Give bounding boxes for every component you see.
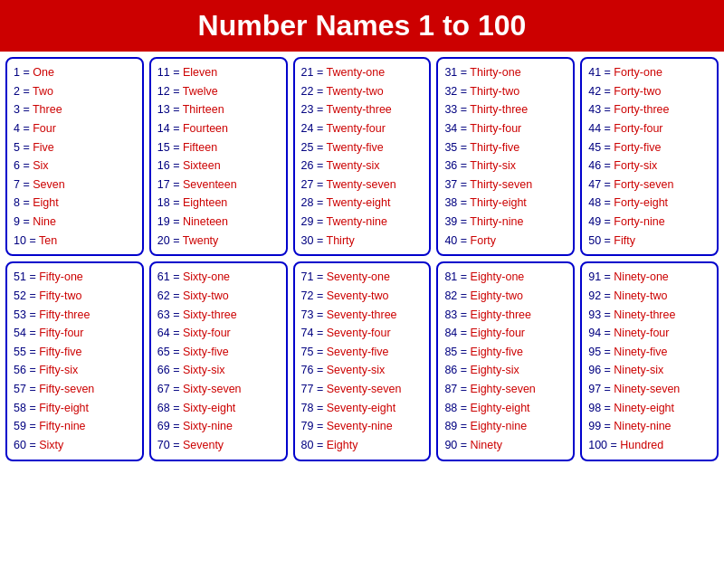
number-name: Sixty-one: [183, 270, 230, 283]
number-value: 94 =: [588, 327, 614, 339]
number-value: 67 =: [157, 383, 183, 395]
number-entry: 52 = Fifty-two: [14, 287, 136, 306]
number-value: 2 =: [14, 85, 33, 98]
number-name: Forty-eight: [614, 196, 668, 209]
number-entry: 24 = Twenty-four: [301, 119, 424, 138]
number-value: 83 =: [444, 308, 470, 321]
number-name: Eleven: [183, 66, 217, 79]
number-entry: 78 = Seventy-eight: [301, 399, 424, 418]
number-entry: 94 = Ninety-four: [588, 324, 710, 343]
number-value: 72 =: [301, 289, 327, 302]
number-name: Sixty-two: [183, 289, 229, 302]
number-value: 32 =: [444, 85, 470, 98]
number-name: Forty-three: [614, 103, 669, 116]
number-name: Fifty-four: [39, 327, 83, 339]
number-value: 69 =: [157, 420, 183, 432]
number-value: 36 =: [444, 159, 470, 172]
number-value: 80 =: [301, 439, 327, 451]
number-entry: 95 = Ninety-five: [588, 343, 710, 362]
number-name: Seventy-two: [327, 289, 389, 302]
number-entry: 6 = Six: [14, 156, 136, 175]
number-name: Seventy-seven: [327, 383, 402, 395]
number-entry: 98 = Ninety-eight: [588, 399, 710, 418]
number-box-2: 21 = Twenty-one22 = Twenty-two23 = Twent…: [293, 57, 432, 256]
number-value: 55 =: [14, 346, 39, 358]
number-name: Four: [33, 122, 56, 135]
number-entry: 57 = Fifty-seven: [14, 380, 136, 399]
number-value: 62 =: [157, 289, 183, 302]
number-entry: 15 = Fifteen: [157, 138, 280, 157]
number-value: 77 =: [301, 383, 327, 395]
number-entry: 93 = Ninety-three: [588, 306, 710, 325]
number-name: Twenty-eight: [327, 196, 391, 209]
number-value: 31 =: [444, 66, 470, 79]
number-value: 28 =: [301, 196, 327, 209]
number-value: 33 =: [444, 103, 470, 116]
number-name: Thirty-one: [470, 66, 520, 79]
number-value: 87 =: [444, 383, 470, 395]
number-entry: 100 = Hundred: [588, 436, 710, 455]
number-entry: 53 = Fifty-three: [14, 306, 136, 325]
number-entry: 3 = Three: [14, 100, 136, 119]
number-grid: 1 = One2 = Two3 = Three4 = Four5 = Five6…: [0, 52, 724, 467]
number-entry: 7 = Seven: [14, 175, 136, 194]
number-entry: 16 = Sixteen: [157, 156, 280, 175]
number-value: 10 =: [14, 234, 39, 247]
number-name: Thirty-nine: [470, 215, 523, 228]
number-value: 73 =: [301, 308, 327, 321]
number-value: 27 =: [301, 178, 327, 191]
number-name: Fifty-three: [39, 308, 90, 321]
number-value: 30 =: [301, 234, 327, 247]
number-value: 95 =: [588, 346, 614, 358]
number-entry: 41 = Forty-one: [588, 63, 710, 82]
number-entry: 20 = Twenty: [157, 232, 280, 251]
number-entry: 34 = Thirty-four: [444, 119, 567, 138]
number-entry: 47 = Forty-seven: [588, 175, 710, 194]
number-entry: 99 = Ninety-nine: [588, 417, 710, 436]
number-value: 41 =: [588, 66, 614, 79]
number-entry: 46 = Forty-six: [588, 156, 710, 175]
number-entry: 72 = Seventy-two: [301, 287, 424, 306]
number-name: Seventy-eight: [327, 402, 395, 414]
number-name: Twenty-five: [327, 141, 384, 154]
number-name: Thirty: [327, 234, 355, 247]
number-entry: 21 = Twenty-one: [301, 63, 424, 82]
number-name: Twenty: [183, 234, 219, 247]
number-entry: 63 = Sixty-three: [157, 306, 280, 325]
number-value: 78 =: [301, 402, 327, 414]
number-entry: 67 = Sixty-seven: [157, 380, 280, 399]
number-value: 6 =: [14, 159, 33, 172]
number-name: Seventy-four: [327, 327, 391, 339]
header: Number Names 1 to 100: [0, 0, 724, 52]
number-value: 70 =: [157, 439, 183, 451]
number-value: 81 =: [444, 270, 470, 283]
number-entry: 75 = Seventy-five: [301, 343, 424, 362]
number-entry: 38 = Thirty-eight: [444, 194, 567, 213]
number-name: Twenty-one: [327, 66, 386, 79]
number-name: Fifty-five: [39, 346, 81, 358]
number-value: 13 =: [157, 103, 183, 116]
number-value: 49 =: [588, 215, 614, 228]
number-name: Eighty-seven: [471, 383, 536, 395]
number-entry: 9 = Nine: [14, 213, 136, 232]
number-name: Two: [33, 85, 53, 98]
number-entry: 27 = Twenty-seven: [301, 175, 424, 194]
number-entry: 79 = Seventy-nine: [301, 417, 424, 436]
number-entry: 37 = Thirty-seven: [444, 175, 567, 194]
number-value: 48 =: [588, 196, 614, 209]
number-value: 45 =: [588, 141, 614, 154]
number-name: Five: [33, 141, 54, 154]
number-name: Ninety-three: [614, 308, 675, 321]
number-name: Ninety-nine: [614, 420, 671, 432]
number-value: 26 =: [301, 159, 327, 172]
number-name: Three: [33, 103, 62, 116]
number-name: Ninety-eight: [614, 402, 674, 414]
number-name: Forty-one: [614, 66, 662, 79]
number-entry: 86 = Eighty-six: [444, 361, 567, 380]
number-box-5: 51 = Fifty-one52 = Fifty-two53 = Fifty-t…: [5, 261, 144, 460]
header-title: Number Names 1 to 100: [198, 9, 527, 42]
number-value: 40 =: [444, 234, 470, 247]
number-value: 16 =: [157, 159, 183, 172]
number-value: 7 =: [14, 178, 33, 191]
number-entry: 44 = Forty-four: [588, 119, 710, 138]
